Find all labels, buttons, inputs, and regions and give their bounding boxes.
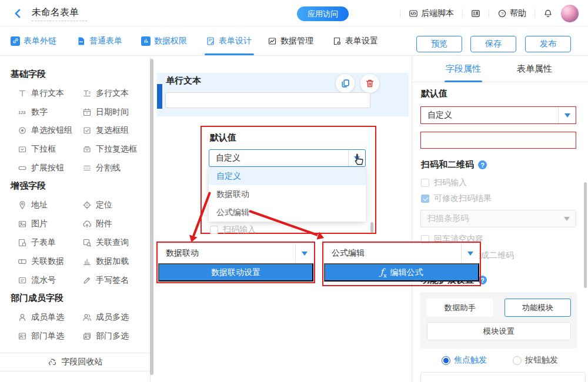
formula-dropdown[interactable]: 公式编辑 [324,243,479,263]
panel-default-value-dropdown[interactable]: 自定义 [420,106,576,124]
divider [534,9,535,18]
contact-card-icon[interactable] [471,9,480,18]
pill-icon [18,163,27,173]
sidebar-field-item[interactable]: 分割线 [82,161,121,175]
sidebar-scrollbar[interactable] [150,59,153,375]
toolbar-action-button-3[interactable]: 发布 [525,36,571,52]
sidebar-field-item[interactable]: 地址 [18,198,48,212]
toolbar-tab-3[interactable]: 数据权限 [141,26,187,55]
sidebar-field-item[interactable]: 成员单选 [18,310,64,324]
sidebar-field-item[interactable]: 部门单选 [18,329,64,343]
bars-icon [82,257,92,266]
design-doc-icon [206,36,215,46]
toolbar-tab-6[interactable]: 表单设置 [332,26,378,55]
function-module-button[interactable]: 功能模块 [505,299,571,317]
toolbar-action-button-1[interactable]: 预览 [416,36,462,52]
default-value-label: 默认值 [421,88,447,99]
field-item-label: 下拉框 [31,144,56,155]
linkage-settings-button[interactable]: 数据联动设置 [158,263,313,282]
sidebar-field-item[interactable]: 单行文本 [18,86,64,100]
sidebar-field-item[interactable]: 成员多选 [82,310,129,324]
toolbar-tab-label: 表单设置 [345,36,378,46]
button-trigger-radio[interactable]: 按钮触发 [513,355,558,366]
dropdown-option-2[interactable]: 数据联动 [209,185,366,203]
multiselect-icon [82,145,92,154]
linkage-dropdown[interactable]: 数据联动 [158,243,313,263]
popup-scrollbar[interactable] [370,222,373,233]
toolbar-tab-2[interactable]: 普通表单 [76,26,122,55]
help-icon[interactable]: ? [478,160,487,169]
divider-icon [82,163,92,173]
scan-input-checkbox-row[interactable]: 扫码输入 [421,177,467,188]
field-item-label: 下拉复选框 [96,144,137,155]
sidebar-field-item[interactable]: 关联数据 [18,254,64,269]
dept-icon [18,331,27,341]
field-recycle-bin[interactable]: 字段回收站 [0,353,150,371]
toolbar-action-button-2[interactable]: 保存 [470,36,516,52]
calendar-icon: 7 [82,108,92,117]
copy-field-button[interactable] [336,74,355,93]
edit-formula-button[interactable]: ƒx 编辑公式 [324,263,479,282]
sidebar-field-item[interactable]: 123数字 [18,105,48,119]
radio-selected [442,356,450,365]
panel-default-value-input[interactable] [420,132,576,149]
sidebar-field-item[interactable]: 下拉复选框 [82,142,137,156]
default-value-dropdown[interactable]: 自定义 [209,149,366,167]
data-assistant-button[interactable]: 数据助手 [427,299,493,317]
bell-icon[interactable] [543,9,553,18]
toolbar-tab-1[interactable]: 表单外链 [11,26,56,55]
scan-editable-checkbox-row[interactable]: 可修改扫码结果 [421,193,492,204]
sidebar-field-item[interactable]: 扩展按钮 [18,161,64,175]
field-item-label: 日期时间 [96,107,129,118]
sidebar-field-item[interactable]: 复选框组 [82,123,129,138]
module-settings-button[interactable]: 模块设置 [427,322,571,340]
field-item-label: 地址 [31,200,48,210]
help-icon[interactable]: ? [478,276,487,284]
bar-chart-icon [141,36,151,46]
code-icon [409,9,418,18]
sidebar-field-item[interactable]: 下拉框 [18,142,56,156]
default-value-popup: 默认值 自定义 自定义数据联动公式编辑 扫码输入 [201,126,376,234]
sidebar-field-item[interactable]: 关联查询 [82,236,129,250]
panel-tabs: 字段属性 表单属性 [412,56,588,82]
checkbox-checked [421,195,429,203]
dropdown-option-3[interactable]: 公式编辑 [209,203,366,222]
field-item-label: 数据加载 [96,256,129,267]
delete-field-button[interactable] [360,74,379,93]
sidebar-field-item[interactable]: 子表单 [18,236,56,250]
sidebar-field-item[interactable]: 7日期时间 [82,105,129,119]
dropdown-option-1[interactable]: 自定义 [209,167,366,185]
target-icon [82,200,92,210]
focus-trigger-radio[interactable]: 焦点触发 [442,355,487,366]
depts-icon [82,331,92,341]
tab-field-properties[interactable]: 字段属性 [446,56,481,82]
form-title[interactable]: 未命名表单 [32,6,87,21]
toolbar-tab-5[interactable]: 数据管理 [268,26,313,55]
sidebar-field-item[interactable]: 多行文本 [82,86,129,100]
field-text-input[interactable] [165,92,370,108]
radio-icon [18,126,27,135]
panel-bottom-input[interactable] [420,372,586,382]
image-icon [18,219,27,229]
sidebar-field-item[interactable]: 流水号 [18,273,56,287]
sidebar-field-item[interactable]: 附件 [82,217,112,231]
help-button[interactable]: ? 帮助 [497,8,526,19]
back-icon[interactable] [12,8,24,19]
field-item-label: 扩展按钮 [31,163,64,173]
toolbar-tab-label: 表单设计 [219,36,252,46]
backend-script-button[interactable]: 后端脚本 [409,8,454,19]
sidebar-field-item[interactable]: 数据加载 [82,254,129,269]
field-item-label: 附件 [96,219,112,229]
panel-scrollbar[interactable] [584,182,587,288]
sidebar-field-item[interactable]: 单选按钮组 [18,123,72,138]
sidebar-field-item[interactable]: 手写签名 [82,273,129,287]
app-access-button[interactable]: 应用访问 [297,6,349,21]
avatar[interactable] [561,5,579,22]
sidebar-field-item[interactable]: 定位 [82,198,112,212]
toolbar-tab-4[interactable]: 表单设计 [206,26,252,55]
sidebar-field-item[interactable]: 部门多选 [82,329,129,343]
sidebar-field-item[interactable]: 图片 [18,217,48,231]
scan-input-row-behind[interactable]: 扫码输入 [210,224,256,235]
link-data-icon [18,257,27,266]
tab-form-properties[interactable]: 表单属性 [517,56,552,82]
